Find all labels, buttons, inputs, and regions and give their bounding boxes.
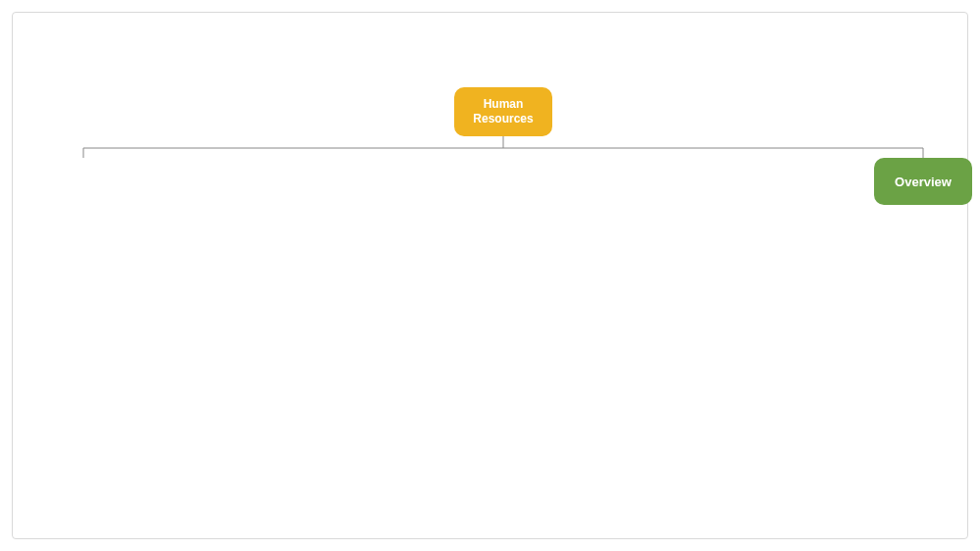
root-node-human-resources[interactable]: Human Resources	[454, 87, 552, 136]
child-node-label: Overview	[895, 175, 952, 189]
diagram-canvas: Human Resources Overview	[12, 12, 968, 539]
root-node-label: Human Resources	[462, 97, 544, 126]
child-node-overview[interactable]: Overview	[874, 158, 972, 205]
